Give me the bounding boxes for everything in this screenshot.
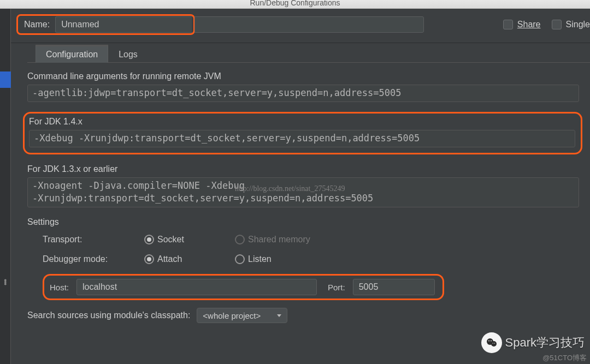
jdk14-value[interactable]: -Xdebug -Xrunjdwp:transport=dt_socket,se… (29, 130, 575, 147)
host-port-highlight: Host: Port: (43, 274, 444, 300)
mode-attach[interactable]: Attach (144, 254, 226, 264)
cmdline-value[interactable]: -agentlib:jdwp=transport=dt_socket,serve… (27, 85, 579, 102)
search-sources-label: Search sources using module's classpath: (27, 311, 190, 320)
search-sources-row: Search sources using module's classpath:… (27, 308, 590, 323)
svg-point-3 (491, 341, 492, 342)
svg-point-4 (492, 343, 493, 343)
wechat-icon (481, 332, 502, 353)
mode-label: Debugger mode: (43, 254, 135, 264)
name-input-extension[interactable] (194, 16, 424, 33)
cmdline-block: Command line arguments for running remot… (27, 71, 590, 102)
single-checkbox[interactable]: Single (552, 20, 590, 29)
settings-title: Settings (27, 217, 590, 227)
gutter-grip-icon[interactable]: ●●● (3, 279, 8, 284)
window-title: Run/Debug Configurations (0, 0, 590, 9)
port-label: Port: (324, 283, 345, 292)
search-sources-value: <whole project> (203, 311, 261, 320)
radio-off-icon (235, 254, 245, 264)
jdk14-highlight: For JDK 1.4.x -Xdebug -Xrunjdwp:transpor… (23, 112, 582, 154)
wechat-badge: Spark学习技巧 (481, 332, 585, 353)
radio-off-icon (235, 235, 245, 244)
tabs: Configuration Logs (36, 44, 590, 63)
transport-socket-label: Socket (157, 235, 184, 244)
jdk14-label: For JDK 1.4.x (29, 117, 576, 127)
wechat-badge-text: Spark学习技巧 (505, 335, 585, 351)
transport-shared-label: Shared memory (248, 235, 310, 244)
tab-logs[interactable]: Logs (108, 46, 148, 63)
transport-socket[interactable]: Socket (144, 235, 226, 244)
search-sources-combo[interactable]: <whole project> (197, 308, 287, 323)
host-label: Host: (46, 283, 69, 292)
single-label: Single (566, 20, 590, 29)
share-checkbox[interactable]: Share (503, 20, 541, 29)
name-label: Name: (20, 20, 55, 29)
mode-row: Debugger mode: Attach Listen (43, 254, 590, 264)
checkbox-icon (552, 20, 562, 29)
name-group-highlight: Name: (16, 14, 195, 35)
transport-label: Transport: (43, 235, 135, 244)
top-checkboxes: Share Single (503, 20, 590, 29)
radio-on-icon (144, 254, 154, 264)
left-gutter: ●●● (0, 9, 11, 364)
transport-row: Transport: Socket Shared memory (43, 235, 590, 244)
transport-shared: Shared memory (235, 235, 317, 244)
cmdline-label: Command line arguments for running remot… (27, 71, 590, 81)
svg-point-5 (494, 343, 494, 343)
svg-point-2 (488, 341, 489, 342)
jdk13-label: For JDK 1.3.x or earlier (27, 164, 590, 174)
host-input[interactable] (76, 279, 317, 295)
tab-configuration[interactable]: Configuration (36, 45, 108, 63)
mode-listen[interactable]: Listen (235, 254, 317, 264)
main-panel: Configuration Logs Command line argument… (11, 43, 590, 364)
svg-point-1 (491, 341, 497, 347)
mode-attach-label: Attach (157, 254, 182, 264)
share-label: Share (517, 20, 541, 29)
radio-on-icon (144, 235, 154, 244)
credit: @51CTO博客 (542, 353, 587, 363)
name-row: Name: Share Single (16, 14, 590, 35)
gutter-selection (0, 71, 11, 88)
mode-listen-label: Listen (248, 254, 272, 264)
watermark: http://blog.csdn.net/sinat_27545249 (235, 184, 345, 193)
checkbox-icon (503, 20, 513, 29)
port-input[interactable] (353, 279, 435, 295)
chevron-down-icon (277, 314, 281, 317)
name-input[interactable] (55, 16, 192, 33)
